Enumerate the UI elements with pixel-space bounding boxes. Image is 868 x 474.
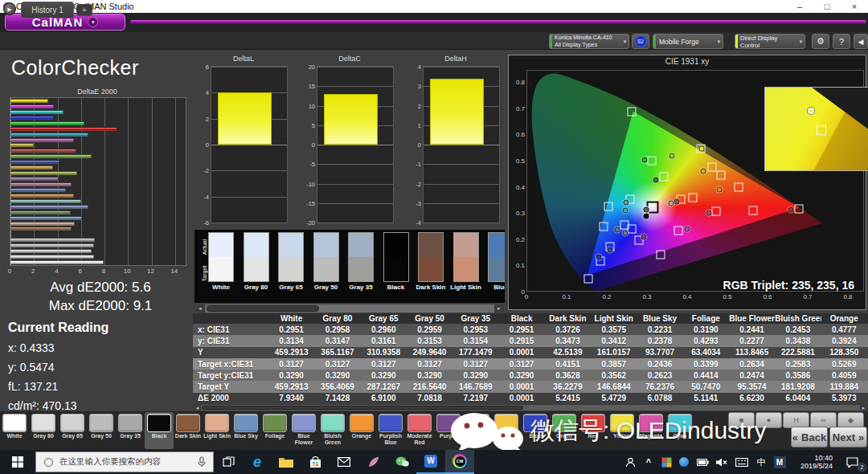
patch-button-dark-skin[interactable]: Dark Skin: [174, 412, 203, 449]
minimize-button[interactable]: –: [786, 2, 813, 11]
collapse-panel-button[interactable]: ◀: [854, 34, 868, 49]
patch-button-black[interactable]: Black: [145, 412, 174, 449]
search-input[interactable]: 在这里输入你要搜索的内容: [35, 452, 214, 472]
patch-button-foliage[interactable]: Foliage: [260, 412, 289, 449]
file-explorer-button[interactable]: [272, 450, 301, 474]
m-tray-icon[interactable]: M: [770, 450, 789, 474]
patch-button-green[interactable]: Green: [550, 412, 579, 449]
cloud-tray-icon[interactable]: [675, 450, 693, 474]
tray-expand-button[interactable]: ^: [640, 450, 657, 474]
back-button[interactable]: «Back: [791, 427, 828, 447]
patch-button-gray-50[interactable]: Gray 50: [87, 412, 116, 449]
task-view-button[interactable]: [214, 450, 243, 474]
layout-mini-button[interactable]: H: [783, 412, 809, 428]
patch-button-red[interactable]: Red: [579, 412, 608, 449]
layout-mini-button[interactable]: ●: [755, 412, 782, 428]
table-cell: 0.0001: [498, 394, 544, 402]
patch-button-blue-flower[interactable]: Blue Flower: [289, 412, 318, 449]
wps-button[interactable]: W: [416, 450, 445, 474]
compare-swatch-blue[interactable]: [488, 232, 505, 282]
patch-button-light-skin[interactable]: Light Skin: [203, 412, 231, 449]
ime-indicator[interactable]: 中: [752, 450, 770, 474]
scroll-left-icon[interactable]: ◄: [195, 304, 205, 313]
play-icon[interactable]: ▶: [3, 2, 16, 15]
compare-swatch-gray-65[interactable]: [278, 232, 304, 282]
scroll-right-icon[interactable]: ►: [494, 304, 504, 313]
patch-button-purplish-blue[interactable]: Purplish Blue: [376, 412, 405, 449]
patch-button-bluish-green[interactable]: Bluish Green: [318, 412, 347, 449]
volume-tray-icon[interactable]: [712, 450, 731, 474]
patch-button-white[interactable]: White: [0, 412, 29, 449]
compare-swatch-light-skin[interactable]: [453, 232, 479, 282]
compare-swatch-gray-50[interactable]: [313, 232, 339, 282]
calman-taskbar-button[interactable]: CM: [445, 450, 474, 474]
patch-button-moderate-red[interactable]: Moderate Red: [405, 412, 434, 449]
delta-bar: [430, 79, 485, 145]
scroll-left-icon[interactable]: ◄: [194, 405, 201, 411]
y-tick-label: -5: [309, 161, 315, 168]
patch-button-orange-yellow[interactable]: Orange Yellow: [492, 412, 521, 449]
table-row: ΔE 20007.93407.14286.91007.08187.21970.0…: [193, 393, 868, 404]
compare-swatch-dark-skin[interactable]: [418, 232, 444, 282]
y-tick-label: 3: [418, 83, 421, 90]
patch-button-blue[interactable]: Blue: [521, 412, 550, 449]
patch-button-gray-35[interactable]: Gray 35: [116, 412, 145, 449]
source-dropdown[interactable]: Mobile Forge ▼: [653, 34, 723, 49]
scroll-thumb[interactable]: [202, 406, 523, 410]
next-button[interactable]: Next»: [829, 427, 867, 447]
patch-button-blue-sky[interactable]: Blue Sky: [231, 412, 260, 449]
chevron-down-icon[interactable]: ▼: [88, 17, 98, 27]
gridline: [317, 184, 393, 185]
edge-button[interactable]: e: [243, 450, 272, 474]
notification-center-button[interactable]: 2: [836, 450, 868, 474]
gridline: [175, 98, 176, 265]
table-cell: 0.3290: [452, 371, 498, 380]
maximize-button[interactable]: □: [813, 2, 841, 11]
table-scrollbar[interactable]: ◄ ►: [193, 404, 868, 411]
layout-mini-button[interactable]: ■: [728, 412, 755, 428]
patch-button-gray-65[interactable]: Gray 65: [58, 412, 87, 449]
clock[interactable]: 10:40 2019/5/24: [789, 450, 836, 474]
patch-button-purple[interactable]: Purple: [434, 412, 463, 449]
patch-button-magenta[interactable]: Magenta: [637, 412, 665, 449]
people-button[interactable]: [620, 450, 640, 474]
table-cell: 0.3147: [314, 337, 360, 345]
add-tab-button[interactable]: +: [76, 4, 92, 16]
security-tray-icon[interactable]: [657, 450, 675, 474]
layout-mini-button[interactable]: ∞: [810, 412, 837, 428]
patch-button-gray-80[interactable]: Gray 80: [29, 412, 58, 449]
compare-swatch-white[interactable]: [208, 232, 234, 282]
scroll-thumb[interactable]: [207, 305, 319, 312]
microphone-icon[interactable]: [197, 456, 207, 468]
display-control-dropdown[interactable]: Direct Display Control ▼: [735, 34, 805, 49]
tab-history[interactable]: History 1: [21, 2, 74, 18]
touch-keyboard-tray-icon[interactable]: [731, 450, 752, 474]
store-button[interactable]: [301, 450, 330, 474]
meter-port-badge[interactable]: S2: [632, 34, 649, 49]
start-button[interactable]: [0, 450, 35, 474]
settings-button[interactable]: ⚙: [812, 34, 829, 49]
patch-button-yellow-green[interactable]: Yellow Green: [463, 412, 492, 449]
swatch-scrollbar[interactable]: ◄ ►: [194, 304, 505, 313]
close-button[interactable]: ×: [841, 2, 868, 11]
compare-swatch-gray-80[interactable]: [244, 232, 269, 282]
deltae-bar-green: [10, 121, 84, 125]
layout-mini-button[interactable]: ◆: [837, 412, 864, 428]
pen-app-button[interactable]: [358, 450, 387, 474]
help-button[interactable]: ?: [833, 34, 850, 49]
compare-swatch-gray-35[interactable]: [348, 232, 374, 282]
scroll-right-icon[interactable]: ►: [860, 405, 867, 411]
wechat-button[interactable]: [387, 450, 416, 474]
table-cell: 0.3127: [407, 360, 452, 369]
patch-button-orange[interactable]: Orange: [347, 412, 376, 449]
row-label: Target y:CIE31: [193, 371, 268, 380]
patch-button-yellow[interactable]: Yellow: [608, 412, 637, 449]
gridline: [211, 223, 287, 223]
mail-button[interactable]: [330, 450, 358, 474]
patch-label: Cyan: [665, 433, 694, 439]
patch-chip: [610, 414, 634, 432]
compare-swatch-black[interactable]: [383, 232, 409, 282]
patch-button-cyan[interactable]: Cyan: [665, 412, 694, 449]
battery-tray-icon[interactable]: [693, 450, 712, 474]
meter-dropdown[interactable]: Konica Minolta CA-410 All Display Types …: [549, 34, 629, 49]
